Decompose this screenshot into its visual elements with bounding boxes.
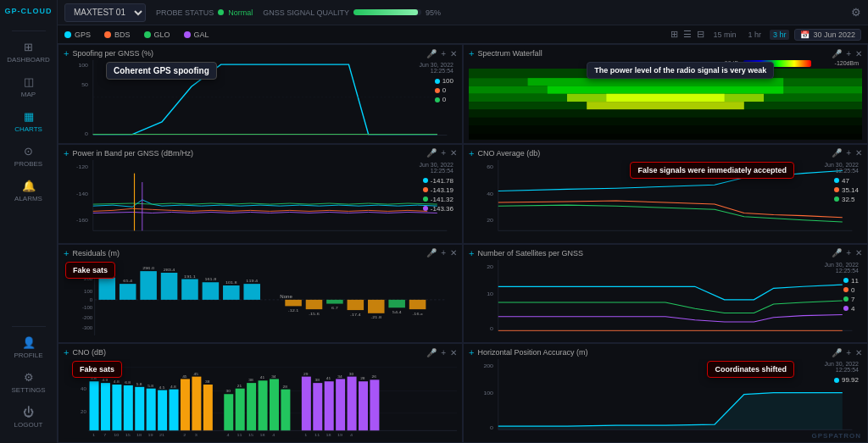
svg-rect-9 — [528, 78, 784, 86]
view-icon-split[interactable]: ⊟ — [697, 29, 704, 40]
svg-text:15: 15 — [248, 434, 253, 437]
svg-text:30: 30 — [225, 390, 231, 393]
sidebar-item-map[interactable]: ◫ MAP — [0, 69, 57, 104]
spoofing-add-icon[interactable]: + — [441, 49, 446, 58]
power-close-icon[interactable]: ✕ — [450, 148, 457, 158]
sidebar-bottom: 👤 PROFILE ⚙ SETTINGS ⏻ LOGOUT — [0, 323, 57, 443]
residuals-annotation: Fake sats — [65, 262, 115, 279]
cno-db-close-icon[interactable]: ✕ — [450, 348, 457, 357]
cno-db-plus-icon[interactable]: + — [64, 347, 69, 357]
time-btn-15min[interactable]: 15 min — [709, 30, 739, 40]
chart-cno-controls: 🎤 + ✕ — [832, 148, 862, 158]
sats-plus-icon[interactable]: + — [469, 248, 474, 258]
cno-db-add-icon[interactable]: + — [441, 348, 446, 357]
svg-text:50: 50 — [81, 82, 88, 88]
svg-text:None: None — [280, 294, 292, 298]
date-badge[interactable]: 📅 30 Jun 2022 — [794, 29, 861, 41]
svg-text:4.9: 4.9 — [102, 379, 108, 382]
chart-cno-db: + CNO (dB) 🎤 + ✕ Fake sats 60 40 — [58, 343, 463, 443]
residuals-mic-icon[interactable]: 🎤 — [426, 248, 437, 257]
hpa-mic-icon[interactable]: 🎤 — [832, 348, 842, 357]
spoofing-close-icon[interactable]: ✕ — [450, 49, 457, 58]
chart-cno-header: + CNO Average (db) 🎤 + ✕ — [469, 148, 862, 158]
spoofing-mic-icon[interactable]: 🎤 — [426, 49, 437, 58]
spoofing-plus-icon[interactable]: + — [64, 48, 69, 58]
profile-icon: 👤 — [22, 336, 36, 349]
sats-close-icon[interactable]: ✕ — [855, 248, 862, 257]
cno-plus-icon[interactable]: + — [469, 148, 474, 158]
cno-mic-icon[interactable]: 🎤 — [832, 148, 842, 158]
power-mic-icon[interactable]: 🎤 — [426, 148, 437, 158]
svg-rect-51 — [181, 279, 198, 299]
svg-text:10: 10 — [487, 290, 493, 296]
svg-text:28: 28 — [360, 377, 365, 380]
sats-svg: 20 10 0 — [469, 260, 862, 340]
gear-icon[interactable]: ⚙ — [851, 6, 861, 19]
chart-cno-db-title: + CNO (dB) — [64, 347, 106, 357]
sats-add-icon[interactable]: + — [846, 248, 851, 257]
cno-close-icon[interactable]: ✕ — [855, 148, 862, 158]
sidebar-item-alarms[interactable]: 🔔 ALARMS — [0, 174, 57, 208]
spectrum-plus-icon[interactable]: + — [469, 48, 474, 58]
chart-sats-controls: 🎤 + ✕ — [832, 248, 862, 257]
signal-percent: 95% — [426, 8, 441, 17]
legend-bar-right: ⊞ ☰ ⊟ 15 min 1 hr 3 hr 📅 30 Jun 2022 — [670, 29, 861, 41]
hpa-add-icon[interactable]: + — [846, 348, 851, 357]
svg-rect-55 — [223, 285, 240, 300]
sidebar-item-settings[interactable]: ⚙ SETTINGS — [0, 365, 57, 400]
svg-text:60: 60 — [487, 163, 493, 169]
residuals-plus-icon[interactable]: + — [64, 248, 69, 258]
residuals-add-icon[interactable]: + — [441, 248, 446, 257]
svg-text:200: 200 — [483, 363, 493, 369]
spectrum-mic-icon[interactable]: 🎤 — [832, 49, 842, 58]
signal-quality-label: GNSS SIGNAL QUALITY — [263, 8, 349, 17]
svg-text:40: 40 — [81, 387, 86, 391]
probe-status-label: PROBE STATUS — [156, 8, 214, 17]
settings-icon: ⚙ — [24, 371, 34, 384]
sidebar-item-probes[interactable]: ⊙ PROBES — [0, 139, 57, 174]
spectrum-annotation: The power level of the radio signal is v… — [587, 62, 774, 79]
sidebar-label-settings: SETTINGS — [11, 386, 45, 394]
chart-hpa-header: + Horizontal Position Accuracy (m) 🎤 + ✕ — [469, 347, 862, 357]
status-dot — [218, 9, 224, 15]
chart-spoofing-header: + Spoofing per GNSS (%) 🎤 + ✕ — [64, 48, 457, 58]
sats-mic-icon[interactable]: 🎤 — [832, 248, 842, 257]
dashboard-icon: ⊞ — [24, 41, 33, 53]
sidebar-item-logout[interactable]: ⏻ LOGOUT — [0, 400, 57, 435]
chart-spectrum: + Spectrum Waterfall 🎤 + ✕ The power lev… — [463, 44, 868, 144]
sidebar-item-charts[interactable]: ▦ CHARTS — [0, 104, 57, 139]
svg-text:30: 30 — [349, 373, 354, 376]
hpa-close-icon[interactable]: ✕ — [855, 348, 862, 357]
cno-timestamp: Jun 30, 202212:25:54 — [825, 162, 859, 174]
time-btn-1hr[interactable]: 1 hr — [744, 30, 765, 40]
svg-rect-122 — [313, 383, 322, 430]
power-legend: -141.78 -143.19 -141.32 -143.36 — [423, 177, 453, 213]
svg-text:45: 45 — [194, 373, 199, 376]
svg-text:2: 2 — [183, 434, 186, 437]
legend-bar: GPS BDS GLO GAL ⊞ ☰ ⊟ 15 min 1 hr 3 hr 📅… — [58, 25, 868, 44]
svg-text:6.7: 6.7 — [331, 306, 338, 309]
probe-select[interactable]: MAXTEST 01 — [64, 3, 146, 22]
power-plus-icon[interactable]: + — [64, 148, 69, 158]
spoofing-timestamp: Jun 30, 202212:25:54 — [420, 62, 453, 74]
hpa-plus-icon[interactable]: + — [469, 347, 474, 357]
view-icon-grid[interactable]: ⊞ — [670, 29, 678, 40]
legend-item-glo: GLO — [144, 30, 170, 39]
cno-legend: 47 35.14 32.5 — [834, 177, 859, 203]
calendar-icon: 📅 — [800, 30, 810, 39]
sidebar-item-dashboard[interactable]: ⊞ DASHBOARD — [0, 35, 57, 69]
spectrum-range-right: -120dBm — [835, 60, 859, 66]
svg-rect-49 — [161, 273, 178, 300]
cno-add-icon[interactable]: + — [846, 148, 851, 158]
svg-text:4: 4 — [350, 434, 353, 437]
time-btn-3hr[interactable]: 3 hr — [770, 30, 790, 40]
svg-rect-45 — [120, 284, 136, 300]
spectrum-close-icon[interactable]: ✕ — [855, 49, 862, 58]
spectrum-add-icon[interactable]: + — [846, 49, 851, 58]
svg-rect-116 — [270, 379, 279, 431]
view-icon-list[interactable]: ☰ — [683, 29, 692, 40]
sidebar-item-profile[interactable]: 👤 PROFILE — [0, 330, 57, 365]
power-add-icon[interactable]: + — [441, 148, 446, 158]
cno-db-mic-icon[interactable]: 🎤 — [426, 348, 437, 357]
residuals-close-icon[interactable]: ✕ — [450, 248, 457, 257]
